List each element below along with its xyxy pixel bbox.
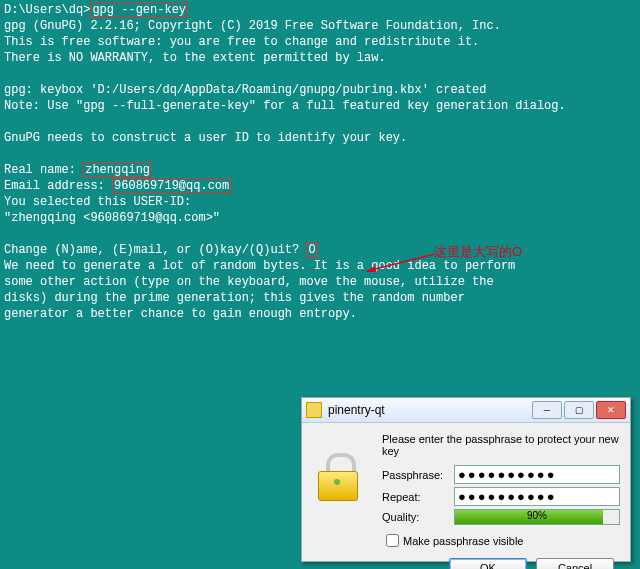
change-prompt: Change (N)ame, (E)mail, or (O)kay/(Q)uit… [4, 243, 306, 257]
ok-button[interactable]: OK [449, 558, 527, 569]
name-label: Real name: [4, 163, 83, 177]
dialog-message: Please enter the passphrase to protect y… [382, 433, 620, 457]
visible-checkbox-input[interactable] [386, 534, 399, 547]
window-title: pinentry-qt [328, 403, 530, 417]
output-line: GnuPG needs to construct a user ID to id… [4, 130, 636, 146]
passphrase-label: Passphrase: [382, 469, 454, 481]
minimize-button[interactable]: ─ [532, 401, 562, 419]
annotation-text: 这里是大写的O [434, 244, 522, 260]
cancel-label: ancel [566, 562, 592, 569]
output-line: some other action (type on the keyboard,… [4, 274, 636, 290]
repeat-label: Repeat: [382, 491, 454, 503]
output-line: We need to generate a lot of random byte… [4, 258, 636, 274]
ok-label: K [489, 562, 496, 569]
email-label: Email address: [4, 179, 112, 193]
quality-bar: 90% [454, 509, 620, 525]
pinentry-dialog: pinentry-qt ─ ▢ ✕ Please enter the passp… [301, 397, 631, 562]
answer-o: O [306, 242, 317, 258]
output-line: This is free software: you are free to c… [4, 34, 636, 50]
terminal: D:\Users\dq>gpg --gen-key gpg (GnuPG) 2.… [0, 0, 640, 324]
output-line: Note: Use "gpg --full-generate-key" for … [4, 98, 636, 114]
quality-percent: 90% [455, 510, 619, 521]
repeat-input[interactable]: ●●●●●●●●●● [454, 487, 620, 506]
output-line: "zhengqing <960869719@qq.com>" [4, 210, 636, 226]
output-line: There is NO WARRANTY, to the extent perm… [4, 50, 636, 66]
prompt: D:\Users\dq> [4, 3, 90, 17]
svg-marker-1 [365, 266, 377, 272]
output-line: You selected this USER-ID: [4, 194, 636, 210]
visible-checkbox[interactable]: Make passphrase visible [382, 531, 620, 550]
cancel-button[interactable]: Cancel [536, 558, 614, 569]
output-line: generator a better chance to gain enough… [4, 306, 636, 322]
lock-icon [306, 402, 322, 418]
visible-checkbox-label: Make passphrase visible [403, 535, 523, 547]
output-line: disks) during the prime generation; this… [4, 290, 636, 306]
svg-line-0 [371, 254, 435, 270]
email-value: 960869719@qq.com [112, 178, 231, 194]
maximize-button[interactable]: ▢ [564, 401, 594, 419]
output-line: gpg: keybox 'D:/Users/dq/AppData/Roaming… [4, 82, 636, 98]
titlebar[interactable]: pinentry-qt ─ ▢ ✕ [302, 398, 630, 423]
annotation-arrow-icon [365, 252, 435, 272]
passphrase-input[interactable]: ●●●●●●●●●● [454, 465, 620, 484]
name-value: zhengqing [83, 162, 152, 178]
lock-icon [314, 453, 360, 503]
close-button[interactable]: ✕ [596, 401, 626, 419]
quality-label: Quality: [382, 511, 454, 523]
command-highlight: gpg --gen-key [90, 2, 188, 18]
output-line: gpg (GnuPG) 2.2.16; Copyright (C) 2019 F… [4, 18, 636, 34]
